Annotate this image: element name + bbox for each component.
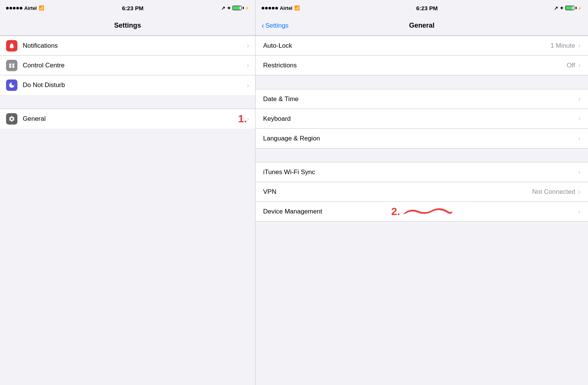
auto-lock-label: Auto-Lock bbox=[263, 42, 407, 50]
right-signal-dots bbox=[262, 7, 278, 9]
general-item[interactable]: General 1. › bbox=[0, 109, 255, 129]
restrictions-value: Off bbox=[567, 62, 575, 69]
right-page-title: General bbox=[409, 22, 434, 30]
restrictions-item[interactable]: Restrictions Off › bbox=[256, 56, 588, 75]
step2-area: 2. bbox=[391, 206, 452, 218]
toggle-icon bbox=[8, 62, 15, 69]
right-wifi-icon: 📶 bbox=[294, 5, 300, 11]
vpn-value: Not Connected bbox=[532, 188, 575, 196]
r-dot1 bbox=[262, 7, 264, 9]
device-management-label: Device Management bbox=[263, 208, 389, 215]
restrictions-chevron: › bbox=[578, 61, 580, 69]
notifications-icon-bg bbox=[6, 40, 17, 51]
right-bluetooth-icon: ✦ bbox=[560, 5, 564, 11]
itunes-wifi-item[interactable]: iTunes Wi-Fi Sync › bbox=[256, 162, 588, 182]
dot5 bbox=[20, 7, 22, 9]
battery-tip bbox=[243, 7, 244, 9]
restrictions-label: Restrictions bbox=[263, 62, 415, 69]
battery-fill bbox=[233, 6, 240, 10]
carrier-name: Airtel bbox=[24, 5, 37, 11]
general-icon-bg bbox=[6, 113, 17, 125]
bell-icon bbox=[8, 42, 15, 49]
keyboard-item[interactable]: Keyboard › bbox=[256, 109, 588, 129]
right-panel: Airtel 📶 6:23 PM ↗ ✦ ⚡ ‹ Settings Genera… bbox=[256, 0, 588, 385]
location-icon: ↗ bbox=[221, 5, 225, 11]
right-empty-space bbox=[256, 221, 588, 385]
right-section3: iTunes Wi-Fi Sync › VPN Not Connected › … bbox=[256, 162, 588, 221]
signal-dots bbox=[6, 7, 22, 9]
auto-lock-chevron: › bbox=[578, 42, 580, 50]
date-time-item[interactable]: Date & Time › bbox=[256, 89, 588, 109]
battery-body bbox=[232, 6, 242, 10]
language-region-label: Language & Region bbox=[263, 135, 421, 142]
dot3 bbox=[13, 7, 16, 9]
vpn-chevron: › bbox=[578, 188, 580, 196]
right-section1: Auto-Lock 1 Minute › Restrictions Off › bbox=[256, 36, 588, 75]
left-carrier-info: Airtel 📶 bbox=[6, 5, 44, 11]
right-lightning-icon: ⚡ bbox=[577, 6, 582, 10]
vpn-label: VPN bbox=[263, 188, 398, 196]
keyboard-chevron: › bbox=[578, 115, 580, 123]
left-section1: Notifications › Control Centre › Do N bbox=[0, 36, 255, 95]
right-carrier-name: Airtel bbox=[280, 5, 292, 11]
device-management-item[interactable]: Device Management 2. › bbox=[256, 202, 588, 221]
left-status-bar: Airtel 📶 6:23 PM ↗ ✦ ⚡ bbox=[0, 0, 255, 16]
back-button[interactable]: ‹ Settings bbox=[262, 21, 289, 30]
step2-annotation: 2. bbox=[391, 206, 400, 218]
svg-rect-2 bbox=[9, 65, 11, 67]
left-panel: Airtel 📶 6:23 PM ↗ ✦ ⚡ Settings bbox=[0, 0, 256, 385]
control-centre-icon-bg bbox=[6, 60, 17, 71]
svg-rect-1 bbox=[12, 63, 14, 65]
r-dot2 bbox=[265, 7, 268, 9]
device-management-chevron: › bbox=[578, 207, 580, 215]
right-right-status: ↗ ✦ ⚡ bbox=[554, 5, 582, 11]
wifi-icon: 📶 bbox=[39, 5, 44, 11]
r-dot4 bbox=[272, 7, 275, 9]
do-not-disturb-chevron: › bbox=[247, 81, 249, 89]
back-button-label: Settings bbox=[265, 22, 289, 30]
date-time-label: Date & Time bbox=[263, 95, 421, 103]
svg-rect-3 bbox=[12, 65, 14, 67]
general-label: General bbox=[23, 115, 236, 123]
control-centre-label: Control Centre bbox=[23, 62, 247, 69]
right-nav-header: ‹ Settings General bbox=[256, 16, 588, 36]
itunes-wifi-label: iTunes Wi-Fi Sync bbox=[263, 168, 421, 176]
left-right-status: ↗ ✦ ⚡ bbox=[221, 5, 249, 11]
auto-lock-item[interactable]: Auto-Lock 1 Minute › bbox=[256, 36, 588, 56]
left-section-spacer bbox=[0, 95, 255, 109]
vpn-item[interactable]: VPN Not Connected › bbox=[256, 182, 588, 202]
notifications-item[interactable]: Notifications › bbox=[0, 36, 255, 56]
left-nav-header: Settings bbox=[0, 16, 255, 36]
language-region-item[interactable]: Language & Region › bbox=[256, 129, 588, 148]
left-section2: General 1. › bbox=[0, 109, 255, 129]
dot4 bbox=[16, 7, 19, 9]
right-battery-tip bbox=[576, 7, 577, 9]
left-time: 6:23 PM bbox=[122, 5, 143, 11]
right-section-spacer2 bbox=[256, 148, 588, 162]
language-region-chevron: › bbox=[578, 134, 580, 142]
lightning-icon: ⚡ bbox=[245, 6, 249, 10]
auto-lock-value: 1 Minute bbox=[551, 42, 575, 50]
right-battery-body bbox=[565, 6, 574, 10]
bluetooth-icon: ✦ bbox=[227, 5, 231, 11]
right-time: 6:23 PM bbox=[416, 5, 438, 11]
moon-icon bbox=[8, 82, 15, 89]
do-not-disturb-icon-bg bbox=[6, 79, 17, 91]
right-section2: Date & Time › Keyboard › Language & Regi… bbox=[256, 89, 588, 148]
general-chevron: › bbox=[247, 115, 249, 123]
dot2 bbox=[9, 7, 12, 9]
right-status-bar: Airtel 📶 6:23 PM ↗ ✦ ⚡ bbox=[256, 0, 588, 16]
do-not-disturb-label: Do Not Disturb bbox=[23, 81, 247, 89]
do-not-disturb-item[interactable]: Do Not Disturb › bbox=[0, 75, 255, 95]
r-dot3 bbox=[268, 7, 271, 9]
svg-rect-0 bbox=[9, 63, 11, 65]
notifications-label: Notifications bbox=[23, 42, 247, 50]
scribble-annotation bbox=[403, 206, 452, 217]
notifications-chevron: › bbox=[247, 42, 249, 50]
dot1 bbox=[6, 7, 9, 9]
control-centre-item[interactable]: Control Centre › bbox=[0, 56, 255, 75]
right-battery-icon: ⚡ bbox=[565, 6, 582, 10]
right-carrier-info: Airtel 📶 bbox=[262, 5, 300, 11]
left-empty-space bbox=[0, 129, 255, 385]
keyboard-label: Keyboard bbox=[263, 115, 421, 123]
